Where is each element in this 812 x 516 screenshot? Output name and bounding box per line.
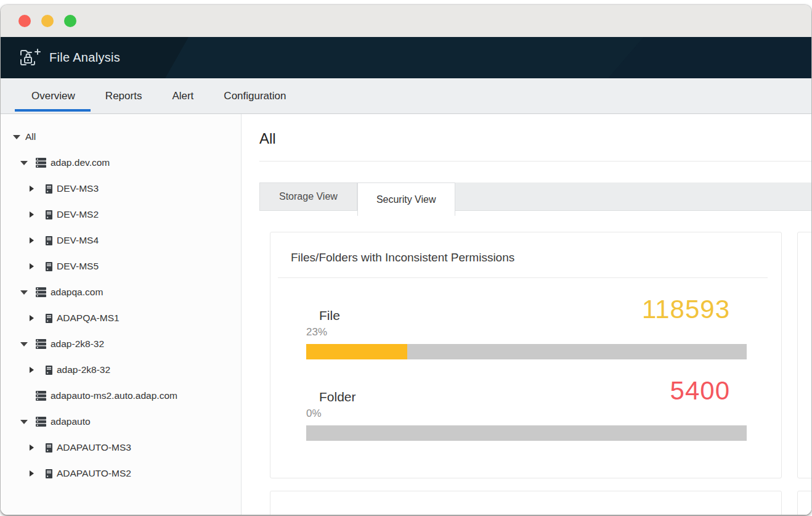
server-icon bbox=[46, 262, 52, 271]
tree-item-label: adapauto bbox=[51, 416, 91, 427]
caret-down-icon[interactable] bbox=[20, 290, 28, 295]
tree-item-label: All bbox=[25, 131, 36, 142]
tree-item-dev-ms4[interactable]: DEV-MS4 bbox=[1, 227, 241, 253]
caret-down-icon[interactable] bbox=[13, 135, 21, 139]
server-icon bbox=[46, 184, 52, 194]
window-maximize-button[interactable] bbox=[64, 15, 76, 27]
folder-lock-plus-icon bbox=[19, 48, 41, 68]
window-minimize-button[interactable] bbox=[41, 15, 54, 27]
tree-item-label: ADAPAUTO-MS2 bbox=[57, 468, 131, 479]
bottom-adjacent-card-clipped bbox=[797, 491, 811, 515]
tree-item-adapqa.com[interactable]: adapqa.com bbox=[1, 279, 241, 305]
tree-item-dev-ms5[interactable]: DEV-MS5 bbox=[1, 253, 241, 279]
metric-percent-label: 0% bbox=[306, 407, 747, 420]
tree-item-dev-ms2[interactable]: DEV-MS2 bbox=[1, 202, 241, 227]
card-title: Files/Folders with Inconsistent Permissi… bbox=[291, 251, 768, 264]
server-icon bbox=[46, 443, 52, 453]
view-tabstrip: Storage ViewSecurity View bbox=[259, 182, 811, 211]
tree-item-adapauto-ms3[interactable]: ADAPAUTO-MS3 bbox=[1, 435, 241, 461]
tree-item-dev-ms3[interactable]: DEV-MS3 bbox=[1, 176, 241, 202]
tree-item-all[interactable]: All bbox=[1, 124, 241, 150]
tree-item-label: ADAPAUTO-MS3 bbox=[57, 442, 131, 453]
domain-icon bbox=[36, 287, 46, 297]
domain-icon bbox=[36, 158, 46, 168]
metric-label: File bbox=[319, 308, 340, 322]
server-icon bbox=[46, 469, 52, 478]
nav-item-reports[interactable]: Reports bbox=[105, 78, 142, 113]
tree-item-label: DEV-MS4 bbox=[57, 235, 99, 246]
tree-item-label: adap.dev.com bbox=[51, 157, 110, 168]
metric-value: 118593 bbox=[642, 297, 730, 322]
adjacent-card-clipped bbox=[797, 232, 811, 478]
metric-progress-bar bbox=[306, 344, 747, 359]
caret-right-icon[interactable] bbox=[30, 263, 38, 269]
main-content: All Storage ViewSecurity View Files/Fold… bbox=[242, 114, 811, 515]
nav-item-configuration[interactable]: Configuration bbox=[224, 78, 286, 113]
card-divider bbox=[278, 277, 768, 278]
caret-right-icon[interactable] bbox=[30, 367, 38, 373]
tree-item-label: adapqa.com bbox=[51, 287, 103, 298]
app-header: File Analysis bbox=[1, 37, 811, 78]
tabstrip-filler bbox=[455, 182, 811, 211]
server-icon bbox=[46, 210, 52, 219]
screen: File Analysis OverviewReportsAlertConfig… bbox=[0, 0, 812, 516]
tree-item-label: DEV-MS3 bbox=[57, 183, 99, 194]
caret-down-icon[interactable] bbox=[20, 161, 28, 165]
domain-icon bbox=[36, 339, 46, 349]
metric-progress-fill bbox=[306, 344, 407, 359]
tree-item-adapauto-ms2.auto.adap.com[interactable]: adapauto-ms2.auto.adap.com bbox=[1, 383, 241, 409]
tab-security-view[interactable]: Security View bbox=[357, 182, 455, 216]
tree-item-label: DEV-MS5 bbox=[57, 261, 99, 272]
metric-file: File11859323% bbox=[270, 297, 781, 359]
caret-down-icon[interactable] bbox=[20, 342, 28, 346]
domain-icon bbox=[36, 417, 46, 427]
server-icon bbox=[46, 236, 52, 245]
metric-label: Folder bbox=[319, 390, 356, 404]
tree-item-adapqa-ms1[interactable]: ADAPQA-MS1 bbox=[1, 305, 241, 331]
server-icon bbox=[46, 366, 52, 375]
tree-item-adap.dev.com[interactable]: adap.dev.com bbox=[1, 150, 241, 176]
metric-folder: Folder54000% bbox=[270, 378, 781, 441]
sidebar-tree-panel: Alladap.dev.comDEV-MS3DEV-MS2DEV-MS4DEV-… bbox=[1, 114, 242, 515]
caret-right-icon[interactable] bbox=[30, 211, 38, 218]
window-close-button[interactable] bbox=[18, 15, 31, 27]
tree-item-label: adap-2k8-32 bbox=[51, 338, 104, 350]
tree-item-label: DEV-MS2 bbox=[57, 209, 99, 220]
app-window: File Analysis OverviewReportsAlertConfig… bbox=[1, 5, 811, 515]
server-icon bbox=[46, 314, 52, 323]
tree-item-adapauto-ms2[interactable]: ADAPAUTO-MS2 bbox=[1, 461, 241, 486]
caret-right-icon[interactable] bbox=[30, 315, 38, 321]
resource-tree: Alladap.dev.comDEV-MS3DEV-MS2DEV-MS4DEV-… bbox=[1, 114, 241, 486]
caret-right-icon[interactable] bbox=[30, 444, 38, 451]
caret-right-icon[interactable] bbox=[30, 470, 38, 477]
tree-item-label: adapauto-ms2.auto.adap.com bbox=[51, 390, 177, 401]
page-title: All bbox=[259, 130, 811, 147]
inconsistent-permissions-card: Files/Folders with Inconsistent Permissi… bbox=[270, 232, 782, 478]
metric-value: 5400 bbox=[670, 378, 730, 404]
metric-percent-label: 23% bbox=[306, 326, 747, 338]
tree-item-label: adap-2k8-32 bbox=[57, 364, 110, 375]
domain-icon bbox=[36, 391, 46, 401]
tree-item-adapauto[interactable]: adapauto bbox=[1, 409, 241, 435]
tab-storage-view[interactable]: Storage View bbox=[259, 182, 357, 211]
app-title: File Analysis bbox=[49, 51, 120, 65]
title-divider bbox=[259, 161, 811, 162]
caret-down-icon[interactable] bbox=[20, 420, 28, 424]
bottom-card-clipped bbox=[270, 491, 782, 515]
nav-item-overview[interactable]: Overview bbox=[31, 78, 75, 113]
metric-progress-bar bbox=[306, 425, 747, 441]
tree-item-label: ADAPQA-MS1 bbox=[57, 313, 120, 324]
metrics-list: File11859323%Folder54000% bbox=[270, 297, 781, 441]
window-titlebar bbox=[1, 5, 811, 37]
caret-right-icon[interactable] bbox=[30, 186, 38, 192]
tree-item-adap-2k8-32[interactable]: adap-2k8-32 bbox=[1, 357, 241, 383]
caret-right-icon[interactable] bbox=[30, 237, 38, 244]
nav-item-alert[interactable]: Alert bbox=[172, 78, 193, 113]
primary-nav: OverviewReportsAlertConfiguration bbox=[1, 78, 811, 114]
tree-item-adap-2k8-32[interactable]: adap-2k8-32 bbox=[1, 331, 241, 357]
